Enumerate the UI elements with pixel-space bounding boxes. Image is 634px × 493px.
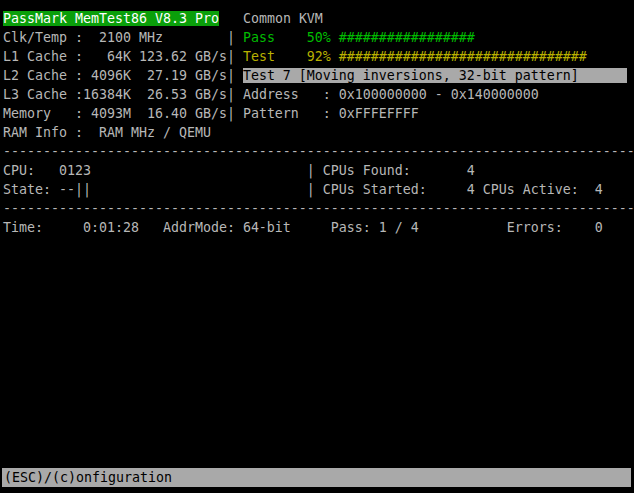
ram-info-row: RAM Info : RAM MHz / QEMU bbox=[3, 123, 634, 142]
current-test-banner: Test 7 [Moving inversions, 32-bit patter… bbox=[243, 68, 627, 83]
l2-cache-field: L2 Cache : 4096K 27.19 GB/s| bbox=[3, 68, 243, 83]
config-hint: (ESC)/(c)onfiguration bbox=[4, 470, 172, 485]
memory-pattern-row: Memory : 4093M 16.40 GB/s| Pattern : 0xF… bbox=[3, 104, 634, 123]
pass-progress: Pass 50% ################# bbox=[243, 30, 475, 45]
cpu-list-field: CPU: 0123 | CPUs Found: 4 bbox=[3, 163, 475, 178]
l3-address-row: L3 Cache :16384K 26.53 GB/s| Address : 0… bbox=[3, 85, 634, 104]
divider-row: ----------------------------------------… bbox=[3, 142, 634, 161]
l3-cache-field: L3 Cache :16384K 26.53 GB/s| bbox=[3, 87, 243, 102]
status-bar: (ESC)/(c)onfiguration bbox=[2, 468, 631, 487]
divider-line: ----------------------------------------… bbox=[3, 144, 634, 159]
cpu-state-field: State: --|| | CPUs Started: 4 CPUs Activ… bbox=[3, 182, 603, 197]
host-label: Common KVM bbox=[243, 11, 323, 26]
console-text bbox=[219, 11, 243, 26]
pattern-field: Pattern : 0xFFFEFFFF bbox=[243, 106, 419, 121]
clk-temp-field: Clk/Temp : 2100 MHz | bbox=[3, 30, 243, 45]
address-field: Address : 0x100000000 - 0x140000000 bbox=[243, 87, 539, 102]
memory-field: Memory : 4093M 16.40 GB/s| bbox=[3, 106, 243, 121]
ram-info-field: RAM Info : RAM MHz / QEMU bbox=[3, 125, 211, 140]
memtest86-screen: { "app": { "title": "PassMark MemTest86 … bbox=[0, 0, 634, 493]
time-status-field: Time: 0:01:28 AddrMode: 64-bit Pass: 1 /… bbox=[3, 220, 603, 235]
l1-cache-field: L1 Cache : 64K 123.62 GB/s| bbox=[3, 49, 243, 64]
header-row: PassMark MemTest86 V8.3 Pro Common KVM bbox=[3, 9, 634, 28]
app-title: PassMark MemTest86 V8.3 Pro bbox=[3, 11, 219, 26]
clk-pass-row: Clk/Temp : 2100 MHz | Pass 50% #########… bbox=[3, 28, 634, 47]
cpu-row: CPU: 0123 | CPUs Found: 4 bbox=[3, 161, 634, 180]
divider-row: ----------------------------------------… bbox=[3, 199, 634, 218]
l1-test-row: L1 Cache : 64K 123.62 GB/s| Test 92% ###… bbox=[3, 47, 634, 66]
test-progress: Test 92% ############################### bbox=[243, 49, 587, 64]
state-row: State: --|| | CPUs Started: 4 CPUs Activ… bbox=[3, 180, 634, 199]
time-row: Time: 0:01:28 AddrMode: 64-bit Pass: 1 /… bbox=[3, 218, 634, 237]
console-screen: PassMark MemTest86 V8.3 Pro Common KVMCl… bbox=[3, 9, 634, 237]
l2-currenttest-row: L2 Cache : 4096K 27.19 GB/s| Test 7 [Mov… bbox=[3, 66, 634, 85]
divider-line: ----------------------------------------… bbox=[3, 201, 634, 216]
